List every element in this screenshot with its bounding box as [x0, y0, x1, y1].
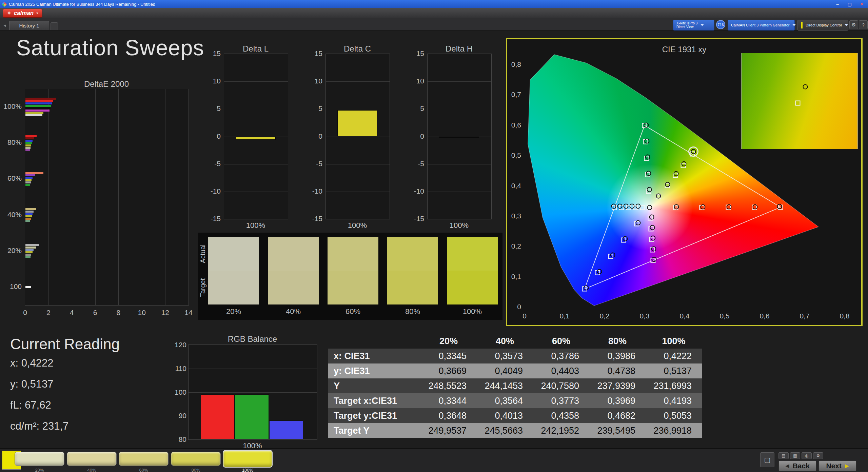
axis-category-label: 80%: [2, 138, 22, 146]
settings-gear-button[interactable]: ⚙: [849, 20, 858, 29]
measured-marker: [700, 204, 705, 209]
measured-marker: [647, 187, 652, 192]
table-cell: 239,5495: [589, 423, 646, 438]
close-button[interactable]: ✕: [856, 0, 868, 8]
bar: [25, 249, 34, 251]
minimize-button[interactable]: –: [831, 0, 844, 8]
rgb-balance-chart[interactable]: RGB Balance 1201101009080 100%: [169, 334, 321, 446]
measured-marker: [624, 203, 629, 209]
axis-tick-label: 5: [202, 104, 221, 113]
gridline: [48, 89, 49, 305]
color-patch-actual: [208, 237, 259, 271]
meter-selector-button[interactable]: X-Rite i1Pro 3 Direct View: [673, 20, 714, 31]
tab-history-1[interactable]: History 1: [9, 21, 49, 30]
table-cell: 249,9537: [420, 423, 477, 438]
delta-c-chart[interactable]: Delta C 151050-5-10-15 100%: [304, 43, 392, 228]
back-button[interactable]: ◀ Back: [778, 460, 816, 471]
axis-tick-label: 0: [18, 309, 33, 317]
table-header: 20%: [420, 334, 477, 349]
measured-marker: [647, 205, 652, 210]
table-cell: 0,3986: [589, 349, 646, 363]
table-cell: 245,5663: [477, 423, 533, 438]
chevron-down-icon: [701, 24, 704, 26]
menu-bar: ❖ calman ▾: [0, 8, 868, 18]
table-cell: 0,5053: [646, 408, 702, 423]
measured-marker: [665, 182, 670, 187]
x-axis-caption: 100%: [224, 221, 288, 230]
axis-tick-label: 4: [64, 309, 79, 317]
measured-marker: [752, 204, 757, 209]
bar-green: [235, 394, 269, 439]
new-tab-button[interactable]: [51, 22, 58, 30]
bar: [25, 135, 37, 137]
display-control-label: Direct Display Control: [806, 23, 842, 27]
patch-column-label: 80%: [387, 307, 438, 316]
pattern-source-label: CalMAN Client 3 Pattern Generator: [731, 23, 789, 27]
patch-level-button-40%[interactable]: [67, 452, 117, 466]
tab-scroll-button[interactable]: ◄: [2, 22, 8, 28]
bar: [25, 213, 33, 215]
patch-level-button-100%[interactable]: [223, 450, 273, 468]
target-tool-button[interactable]: ◎: [802, 452, 812, 459]
reading-value: x: 0,4222: [10, 353, 120, 374]
delta-l-plot-area: 151050-5-10-15: [224, 54, 288, 219]
axis-tick-label: 0: [514, 312, 535, 320]
color-patch: [208, 237, 259, 304]
gridline: [189, 392, 317, 393]
delta-bar: [439, 137, 479, 138]
measured-marker: [630, 203, 635, 209]
axis-category-label: 100: [2, 282, 22, 291]
current-reading: Current Reading x: 0,4222y: 0,5137fL: 67…: [10, 336, 120, 437]
reading-value: cd/m²: 231,7: [10, 416, 120, 437]
actual-target-patches[interactable]: Actual Target 20%40%60%80%100%: [198, 233, 502, 320]
pattern-window-button[interactable]: ▢: [760, 452, 774, 467]
patch-column-label: 60%: [328, 307, 378, 316]
bar: [25, 144, 31, 146]
table-cell: 0,4738: [589, 363, 646, 378]
table-cell: 0,3573: [477, 349, 533, 363]
table-cell: 0,4193: [646, 393, 702, 408]
axis-tick-label: 0,8: [506, 60, 521, 68]
layout-tool-button[interactable]: ▤: [778, 452, 789, 459]
cie-1931-xy-chart[interactable]: CIE 1931 xy 00,10,20,30,40,50,60,70,80,8…: [506, 38, 863, 326]
maximize-button[interactable]: ▢: [844, 0, 856, 8]
table-header: 60%: [533, 334, 589, 349]
settings-tool-button[interactable]: ⚙: [813, 452, 823, 459]
bar: [25, 184, 30, 186]
color-patch-actual: [387, 237, 438, 271]
measured-marker: [652, 257, 657, 262]
chart-title: Delta L: [224, 44, 288, 54]
patch-level-button-20%[interactable]: [15, 452, 64, 466]
calman-menu-button[interactable]: ❖ calman ▾: [3, 9, 42, 18]
gridline: [72, 89, 72, 305]
pattern-source-button[interactable]: CalMAN Client 3 Pattern Generator: [728, 20, 795, 31]
delta-l-chart[interactable]: Delta L 151050-5-10-15 100%: [203, 43, 290, 228]
axis-tick-label: -5: [202, 160, 221, 168]
grid-tool-button[interactable]: ▦: [790, 452, 800, 459]
axis-tick-label: 8: [111, 309, 126, 317]
axis-tick-label: -15: [406, 215, 424, 223]
deltae-2000-chart[interactable]: DeltaE 2000 02468101214100%80%60%40%20%1…: [5, 79, 195, 313]
delta-h-chart[interactable]: Delta H 151050-5-10-15 100%: [406, 43, 494, 228]
bar: [25, 147, 31, 149]
axis-tick-label: 0,2: [594, 312, 615, 320]
actual-row-label: Actual: [199, 237, 208, 271]
gridline: [326, 219, 390, 219]
help-button[interactable]: ?: [859, 20, 868, 29]
table-corner-cell: [328, 334, 420, 349]
gridline: [326, 54, 390, 54]
delta-c-plot-area: 151050-5-10-15: [326, 54, 390, 219]
axis-tick-label: 100: [168, 388, 186, 396]
axis-tick-label: 0,7: [794, 312, 815, 320]
display-control-button[interactable]: Direct Display Control: [797, 20, 848, 31]
color-patch: [387, 237, 438, 304]
next-button[interactable]: Next ▶: [818, 460, 856, 471]
bar: [25, 179, 32, 181]
patch-level-button-80%[interactable]: [171, 452, 221, 466]
axis-tick-label: -10: [406, 187, 424, 195]
bar: [25, 256, 31, 258]
reading-value: fL: 67,62: [10, 395, 120, 416]
patch-level-button-60%[interactable]: [119, 452, 169, 466]
app-icon: [2, 1, 7, 7]
deltae-plot-area: 02468101214100%80%60%40%20%100: [25, 89, 189, 306]
